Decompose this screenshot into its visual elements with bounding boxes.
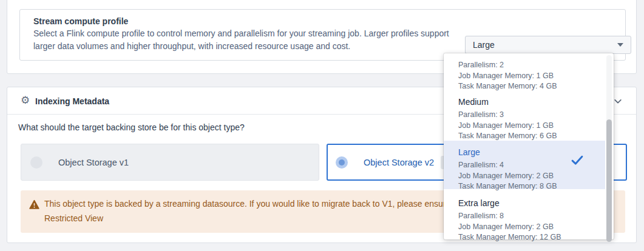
option-detail: Job Manager Memory: 2 GB — [458, 222, 591, 233]
warning-icon — [29, 199, 39, 210]
option-title: Medium — [458, 96, 591, 108]
dropdown-option-extra-large[interactable]: Extra large Parallelism: 8 Job Manager M… — [444, 192, 605, 249]
option-label: Object Storage v2 — [364, 158, 434, 167]
radio-unselected-icon[interactable] — [30, 156, 42, 169]
stream-profile-description-line: Select a Flink compute profile to contro… — [33, 27, 449, 40]
stream-profile-select[interactable]: Large — [465, 36, 631, 54]
option-detail: Task Manager Memory: 8 GB — [458, 181, 591, 192]
option-detail: Parallelism: 3 — [458, 110, 591, 121]
backing-store-question: What should the target backing store be … — [18, 121, 245, 134]
gear-icon: ⚙ — [21, 95, 30, 107]
stream-profile-title: Stream compute profile — [33, 15, 128, 27]
page-root: Stream compute profile Select a Flink co… — [0, 0, 644, 251]
option-label: Object Storage v1 — [58, 158, 129, 167]
option-detail: Parallelism: 2 — [458, 60, 591, 71]
chevron-down-icon[interactable] — [613, 96, 623, 106]
check-icon — [571, 155, 583, 166]
caret-down-icon — [617, 43, 623, 47]
option-detail: Parallelism: 8 — [458, 211, 591, 222]
option-title: Extra large — [458, 197, 591, 209]
profile-dropdown-popover: Parallelism: 2 Job Manager Memory: 1 GB … — [444, 53, 614, 239]
indexing-metadata-title: Indexing Metadata — [35, 95, 109, 107]
option-detail: Task Manager Memory: 6 GB — [458, 131, 591, 142]
option-detail: Job Manager Memory: 1 GB — [458, 71, 591, 82]
option-detail: Job Manager Memory: 1 GB — [458, 121, 591, 132]
stream-profile-description-line: larger data volumes and higher throughpu… — [33, 40, 350, 53]
restricted-view-text: Restricted View — [44, 211, 103, 226]
dropdown-option-medium[interactable]: Medium Parallelism: 3 Job Manager Memory… — [444, 90, 605, 147]
stream-profile-select-value: Large — [473, 40, 617, 50]
dropdown-option-large[interactable]: Large Parallelism: 4 Job Manager Memory:… — [444, 141, 605, 189]
radio-selected-icon[interactable] — [336, 156, 348, 169]
option-detail: Task Manager Memory: 12 GB — [458, 232, 591, 243]
scrollbar-thumb[interactable] — [606, 119, 612, 242]
option-object-storage-v1[interactable]: Object Storage v1 — [21, 144, 319, 181]
option-detail: Job Manager Memory: 2 GB — [458, 171, 591, 182]
warning-text: This object type is backed by a streamin… — [44, 196, 476, 211]
